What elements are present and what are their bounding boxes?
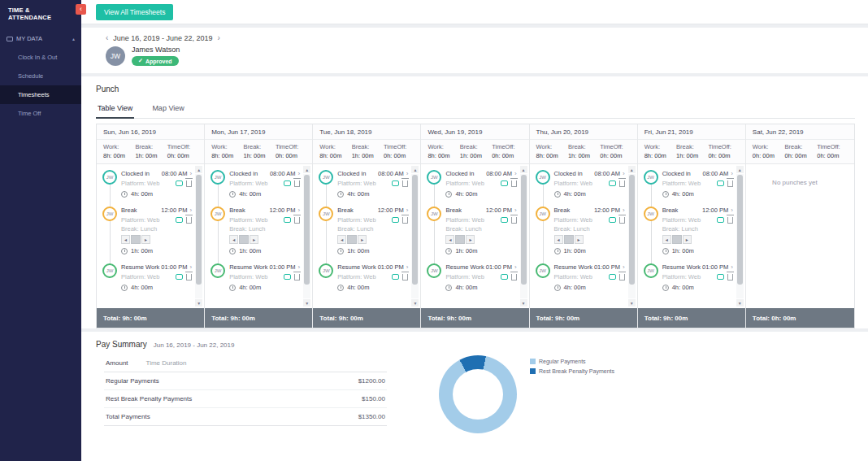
comment-icon[interactable] bbox=[392, 274, 399, 280]
punch-entry[interactable]: JWResume Work01:00 PM›Platform: Web4h: 0… bbox=[97, 258, 193, 294]
delete-icon[interactable] bbox=[619, 274, 625, 281]
scrollbar[interactable]: ▲▼ bbox=[195, 166, 202, 307]
pager-left-button[interactable]: ◂ bbox=[229, 235, 238, 244]
scroll-track[interactable] bbox=[411, 174, 419, 298]
pager-right-button[interactable]: ▸ bbox=[250, 235, 258, 244]
chevron-right-icon[interactable]: › bbox=[623, 207, 625, 214]
scroll-thumb[interactable] bbox=[521, 175, 527, 285]
comment-icon[interactable] bbox=[176, 180, 183, 186]
pager-left-button[interactable]: ◂ bbox=[121, 235, 130, 244]
punch-entry[interactable]: JWClocked in08:00 AM›Platform: Web4h: 00… bbox=[530, 164, 627, 201]
delete-icon[interactable] bbox=[402, 180, 408, 187]
tab-map-view[interactable]: Map View bbox=[150, 100, 185, 118]
comment-icon[interactable] bbox=[284, 217, 291, 223]
scroll-down-button[interactable]: ▼ bbox=[195, 299, 202, 307]
punch-entry[interactable]: JWClocked in08:00 AM›Platform: Web4h: 00… bbox=[421, 164, 518, 201]
pager-thumb[interactable] bbox=[131, 235, 141, 244]
prev-week-button[interactable]: ‹ bbox=[106, 33, 108, 42]
chevron-right-icon[interactable]: › bbox=[298, 263, 301, 271]
punch-entry[interactable]: JWResume Work01:00 PM›Platform: Web4h: 0… bbox=[530, 258, 627, 294]
pay-tab-amount[interactable]: Amount bbox=[106, 359, 128, 367]
delete-icon[interactable] bbox=[294, 180, 300, 187]
scroll-track[interactable] bbox=[736, 174, 744, 298]
pager-thumb[interactable] bbox=[239, 235, 249, 244]
comment-icon[interactable] bbox=[284, 180, 291, 186]
scroll-down-button[interactable]: ▼ bbox=[520, 299, 527, 307]
pager-thumb[interactable] bbox=[564, 235, 574, 244]
punch-entry[interactable]: JWBreak12:00 PM›Platform: WebBreak: Lunc… bbox=[313, 201, 410, 258]
delete-icon[interactable] bbox=[727, 180, 733, 187]
comment-icon[interactable] bbox=[609, 217, 616, 223]
comment-icon[interactable] bbox=[501, 180, 508, 186]
delete-icon[interactable] bbox=[511, 274, 517, 281]
delete-icon[interactable] bbox=[294, 274, 300, 281]
scroll-thumb[interactable] bbox=[304, 175, 310, 285]
comment-icon[interactable] bbox=[717, 274, 724, 280]
pager-left-button[interactable]: ◂ bbox=[445, 235, 454, 244]
comment-icon[interactable] bbox=[501, 274, 508, 280]
pager-thumb[interactable] bbox=[672, 235, 682, 244]
delete-icon[interactable] bbox=[402, 274, 408, 281]
scrollbar[interactable]: ▲▼ bbox=[303, 166, 310, 307]
chevron-right-icon[interactable]: › bbox=[189, 170, 192, 177]
delete-icon[interactable] bbox=[186, 180, 192, 187]
scrollbar[interactable]: ▲▼ bbox=[411, 166, 419, 307]
delete-icon[interactable] bbox=[727, 217, 733, 224]
punch-entry[interactable]: JWResume Work01:00 PM›Platform: Web4h: 0… bbox=[421, 258, 518, 294]
scroll-up-button[interactable]: ▲ bbox=[736, 166, 744, 173]
chevron-right-icon[interactable]: › bbox=[298, 207, 301, 214]
punch-entry[interactable]: JWBreak12:00 PM›Platform: WebBreak: Lunc… bbox=[530, 201, 627, 258]
pager-thumb[interactable] bbox=[347, 235, 357, 244]
scroll-thumb[interactable] bbox=[412, 175, 418, 285]
punch-entry[interactable]: JWBreak12:00 PM›Platform: WebBreak: Lunc… bbox=[205, 201, 302, 258]
scroll-thumb[interactable] bbox=[737, 175, 743, 285]
delete-icon[interactable] bbox=[619, 180, 625, 187]
chevron-right-icon[interactable]: › bbox=[731, 170, 733, 177]
delete-icon[interactable] bbox=[511, 180, 517, 187]
chevron-right-icon[interactable]: › bbox=[189, 263, 192, 271]
punch-entry[interactable]: JWResume Work01:00 PM›Platform: Web4h: 0… bbox=[313, 258, 410, 294]
punch-entry[interactable]: JWResume Work01:00 PM›Platform: Web4h: 0… bbox=[638, 258, 735, 294]
chevron-right-icon[interactable]: › bbox=[298, 170, 301, 177]
pager-right-button[interactable]: ▸ bbox=[466, 235, 475, 244]
delete-icon[interactable] bbox=[619, 217, 625, 224]
scroll-track[interactable] bbox=[520, 174, 527, 298]
comment-icon[interactable] bbox=[392, 217, 399, 223]
sidebar-item-schedule[interactable]: Schedule bbox=[0, 67, 81, 85]
comment-icon[interactable] bbox=[176, 274, 183, 280]
tab-table-view[interactable]: Table View bbox=[96, 100, 134, 119]
scroll-down-button[interactable]: ▼ bbox=[411, 299, 419, 307]
scrollbar[interactable]: ▲▼ bbox=[520, 166, 527, 307]
scroll-thumb[interactable] bbox=[629, 175, 635, 285]
delete-icon[interactable] bbox=[186, 217, 192, 224]
comment-icon[interactable] bbox=[284, 274, 291, 280]
scroll-down-button[interactable]: ▼ bbox=[736, 299, 744, 307]
comment-icon[interactable] bbox=[501, 217, 508, 223]
scroll-up-button[interactable]: ▲ bbox=[411, 166, 419, 173]
chevron-right-icon[interactable]: › bbox=[189, 207, 192, 214]
punch-entry[interactable]: JWBreak12:00 PM›Platform: WebBreak: Lunc… bbox=[421, 201, 518, 258]
delete-icon[interactable] bbox=[186, 274, 192, 281]
punch-entry[interactable]: JWBreak12:00 PM›Platform: WebBreak: Lunc… bbox=[638, 201, 735, 258]
pager-right-button[interactable]: ▸ bbox=[141, 235, 150, 244]
scroll-down-button[interactable]: ▼ bbox=[303, 299, 310, 307]
punch-entry[interactable]: JWClocked in08:00 AM›Platform: Web4h: 00… bbox=[205, 164, 302, 201]
comment-icon[interactable] bbox=[717, 180, 724, 186]
scroll-track[interactable] bbox=[303, 174, 310, 298]
scroll-up-button[interactable]: ▲ bbox=[195, 166, 202, 173]
delete-icon[interactable] bbox=[402, 217, 408, 224]
scroll-thumb[interactable] bbox=[196, 175, 202, 285]
chevron-right-icon[interactable]: › bbox=[623, 170, 625, 177]
pager-right-button[interactable]: ▸ bbox=[358, 235, 367, 244]
chevron-right-icon[interactable]: › bbox=[731, 207, 733, 214]
sidebar-item-clock-in-out[interactable]: Clock In & Out bbox=[0, 48, 81, 67]
chevron-right-icon[interactable]: › bbox=[623, 263, 625, 271]
comment-icon[interactable] bbox=[176, 217, 183, 223]
comment-icon[interactable] bbox=[717, 217, 724, 223]
chevron-right-icon[interactable]: › bbox=[406, 170, 409, 177]
pager-left-button[interactable]: ◂ bbox=[662, 235, 671, 244]
delete-icon[interactable] bbox=[511, 217, 517, 224]
sidebar-item-timesheets[interactable]: Timesheets bbox=[0, 85, 81, 104]
pay-tab-time-duration[interactable]: Time Duration bbox=[146, 359, 187, 367]
sidebar-item-time-off[interactable]: Time Off bbox=[0, 104, 81, 123]
